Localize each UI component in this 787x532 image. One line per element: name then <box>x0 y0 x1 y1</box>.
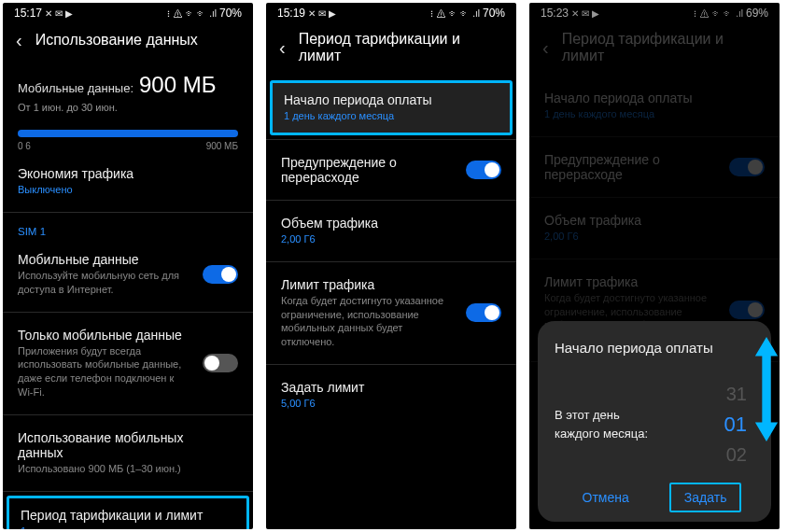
picker-next[interactable]: 02 <box>724 441 747 469</box>
toggle-limit <box>729 301 765 319</box>
dialog-prompt: В этот день каждого месяца: <box>555 406 665 442</box>
divider <box>3 212 253 213</box>
back-icon[interactable]: ‹ <box>16 31 22 49</box>
row-overspend-warning[interactable]: Предупреждение о перерасходе <box>266 144 516 196</box>
toggle-only-mobile[interactable] <box>203 354 238 372</box>
status-bar: 15:23 ✕ ✉ ▶ ⋮ ⚠ ᯤ ᯤ .ıl 69% <box>529 3 780 21</box>
row-billing-period[interactable]: Период тарификации и лимит 1 день каждог… <box>7 496 249 529</box>
header: ‹ Период тарификации и лимит <box>266 21 516 79</box>
page-title: Период тарификации и лимит <box>562 31 766 64</box>
status-icons-right: ⋮ ⚠ ᯤ ᯤ .ıl <box>166 8 217 19</box>
dialog-start-period: Начало периода оплаты В этот день каждог… <box>538 321 771 522</box>
row-title: Экономия трафика <box>18 166 227 181</box>
page-title: Период тарификации и лимит <box>299 31 503 64</box>
status-bar: 15:17 ✕ ✉ ▶ ⋮ ⚠ ᯤ ᯤ .ıl 70% <box>3 3 253 21</box>
screen-data-usage: 15:17 ✕ ✉ ▶ ⋮ ⚠ ᯤ ᯤ .ıl 70% ‹ Использова… <box>3 3 253 529</box>
row-data-saver[interactable]: Экономия трафика Выключено <box>3 155 253 208</box>
row-traffic-volume: Объем трафика 2,00 Г6 <box>529 202 780 255</box>
usage-value: 900 МБ <box>139 72 216 98</box>
row-subtitle: Выключено <box>18 183 227 197</box>
row-set-limit[interactable]: Задать лимит 5,00 Г6 <box>266 369 516 422</box>
dialog-title: Начало периода оплаты <box>555 340 754 356</box>
svg-marker-0 <box>755 337 778 441</box>
progress-max: 900 МБ <box>206 141 238 151</box>
row-only-mobile[interactable]: Только мобильные данные Приложения будут… <box>3 316 253 411</box>
back-icon: ‹ <box>542 38 549 57</box>
screen-billing-dialog: 15:23 ✕ ✉ ▶ ⋮ ⚠ ᯤ ᯤ .ıl 69% ‹ Период тар… <box>529 3 780 529</box>
clock: 15:19 <box>277 7 305 20</box>
screen-billing-limit: 15:19 ✕ ✉ ▶ ⋮ ⚠ ᯤ ᯤ .ıl 70% ‹ Период тар… <box>266 3 516 529</box>
row-overspend-warning: Предупреждение о перерасходе <box>529 141 780 193</box>
picker-prev[interactable]: 31 <box>724 380 747 409</box>
row-start-period[interactable]: Начало периода оплаты 1 день каждого мес… <box>270 80 513 135</box>
usage-range: От 1 июн. до 30 июн. <box>18 102 238 113</box>
toggle-mobile-data[interactable] <box>203 265 238 284</box>
toggle-overspend <box>729 158 765 176</box>
toggle-overspend[interactable] <box>466 161 501 179</box>
header: ‹ Период тарификации и лимит <box>529 21 780 79</box>
header: ‹ Использование данных <box>3 21 253 64</box>
clock: 15:23 <box>541 7 569 20</box>
row-mobile-usage[interactable]: Использование мобильных данных Использов… <box>3 419 253 487</box>
confirm-button[interactable]: Задать <box>669 483 742 512</box>
row-traffic-limit[interactable]: Лимит трафика Когда будет достигнуто ука… <box>266 266 516 360</box>
cancel-button[interactable]: Отмена <box>568 483 644 512</box>
battery-percent: 69% <box>746 7 768 20</box>
battery-percent: 70% <box>219 7 242 20</box>
usage-label: Мобильные данные: <box>18 81 134 95</box>
progress-bar: 0 6 900 МБ <box>3 120 253 155</box>
battery-percent: 70% <box>483 7 505 20</box>
row-start-period: Начало периода оплаты 1 день каждого мес… <box>529 79 780 133</box>
progress-min: 0 6 <box>18 141 31 151</box>
toggle-limit[interactable] <box>466 303 501 322</box>
usage-summary: Мобильные данные: 900 МБ От 1 июн. до 30… <box>3 64 253 120</box>
page-title: Использование данных <box>35 32 198 49</box>
row-mobile-data[interactable]: Мобильные данные Используйте мобильную с… <box>3 241 253 308</box>
clock: 15:17 <box>14 7 42 20</box>
back-icon[interactable]: ‹ <box>279 38 286 57</box>
status-icons-left: ✕ ✉ ▶ <box>45 8 73 19</box>
status-bar: 15:19 ✕ ✉ ▶ ⋮ ⚠ ᯤ ᯤ .ıl 70% <box>266 3 516 21</box>
row-traffic-volume[interactable]: Объем трафика 2,00 Г6 <box>266 204 516 258</box>
picker-selected[interactable]: 01 <box>724 409 747 441</box>
sim1-label: SIM 1 <box>3 217 253 241</box>
day-picker[interactable]: 31 01 02 <box>724 380 754 469</box>
scroll-arrow-icon <box>753 333 780 445</box>
